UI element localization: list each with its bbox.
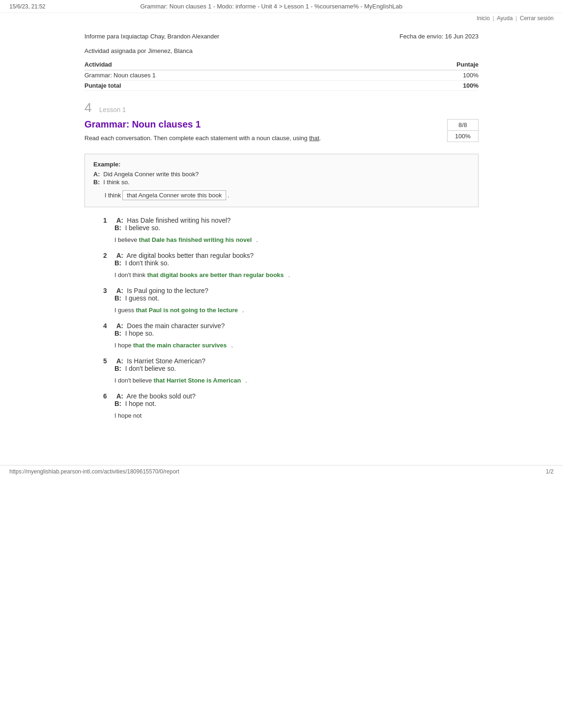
question-dialog: 1 A: Has Dale finished writing his novel… — [103, 217, 479, 232]
score-percent: 100% — [448, 131, 478, 142]
correct-answer: that the main character survives — [133, 342, 227, 349]
speaker-b-label: B: — [114, 330, 122, 337]
example-input-box: that Angela Conner wrote this book — [122, 190, 226, 200]
speaker-b-label: B: — [114, 365, 122, 372]
question-dialog: 3 A: Is Paul going to the lecture? B: I … — [103, 287, 479, 302]
activity-header: 8/8 100% Grammar: Noun clauses 1 Read ea… — [84, 119, 479, 149]
speaker-b-label: B: — [114, 400, 122, 407]
footer-url: https://myenglishlab.pearson-intl.com/ac… — [9, 468, 179, 475]
total-score: 100% — [385, 81, 479, 91]
question-block: 3 A: Is Paul going to the lecture? B: I … — [103, 287, 479, 314]
correct-answer: that Paul is not going to the lecture — [136, 307, 238, 314]
question-a-text: Is Paul going to the lecture? — [127, 287, 209, 294]
question-block: 5 A: Is Harriet Stone American? B: I don… — [103, 357, 479, 384]
speaker-b-label: B: — [114, 259, 122, 267]
answer-suffix: . — [245, 377, 247, 384]
top-bar: 15/6/23, 21:52 Grammar: Noun clauses 1 -… — [0, 0, 563, 13]
question-a-text: Has Dale finished writing his novel? — [127, 217, 231, 224]
answer-line: I hope not — [114, 412, 479, 419]
question-b-text: I believe so. — [125, 224, 160, 232]
answer-line: I don't think that digital books are bet… — [114, 271, 479, 278]
footer-bar: https://myenglishlab.pearson-intl.com/ac… — [0, 465, 563, 478]
answer-prefix: I don't think — [114, 271, 147, 278]
answer-prefix: I guess — [114, 307, 136, 314]
speaker-a-label: A: — [116, 357, 123, 365]
correct-answer: that Dale has finished writing his novel — [139, 236, 252, 243]
speaker-b-label: B: — [114, 224, 122, 232]
main-content: Informe para Ixquiactap Chay, Brandon Al… — [70, 23, 493, 446]
instructions: Read each conversation. Then complete ea… — [84, 135, 479, 142]
fecha-envio: Fecha de envío: 16 Jun 2023 — [400, 33, 479, 40]
answer-prefix: I don't believe — [114, 377, 153, 384]
question-dialog: 6 A: Are the books sold out? B: I hope n… — [103, 392, 479, 407]
speaker-a-label: A: — [116, 217, 123, 224]
question-number: 5 — [103, 357, 113, 365]
question-number: 4 — [103, 322, 113, 330]
score-box: 8/8 100% — [447, 119, 479, 142]
question-b-text: I hope so. — [125, 330, 154, 337]
example-a-line: A: Did Angela Conner write this book? — [93, 171, 470, 178]
question-a-text: Does the main character survive? — [127, 322, 225, 330]
answer-line: I believe that Dale has finished writing… — [114, 236, 479, 243]
col-puntaje: Puntaje — [385, 59, 479, 70]
question-block: 4 A: Does the main character survive? B:… — [103, 322, 479, 349]
example-label: Example: — [93, 161, 470, 168]
answer-line: I guess that Paul is not going to the le… — [114, 307, 479, 314]
question-block: 1 A: Has Dale finished writing his novel… — [103, 217, 479, 243]
correct-answer: that digital books are better than regul… — [147, 271, 284, 278]
question-block: 2 A: Are digital books better than regul… — [103, 252, 479, 278]
question-b-text: I don't think so. — [125, 259, 169, 267]
activity-score: 100% — [385, 70, 479, 81]
cerrar-sesion-link[interactable]: Cerrar sesión — [520, 15, 554, 22]
question-b-text: I don't believe so. — [125, 365, 176, 372]
total-label: Puntaje total — [84, 81, 385, 91]
activity-name: Grammar: Noun clauses 1 — [84, 70, 385, 81]
answer-prefix-6: I hope not — [114, 412, 142, 419]
total-row: Puntaje total 100% — [84, 81, 479, 91]
answer-line: I don't believe that Harriet Stone is Am… — [114, 377, 479, 384]
question-number: 1 — [103, 217, 113, 224]
answer-suffix: . — [243, 307, 244, 314]
speaker-a-label: A: — [116, 322, 123, 330]
question-number: 2 — [103, 252, 113, 259]
informe-para: Informe para Ixquiactap Chay, Brandon Al… — [84, 33, 219, 40]
summary-table: Actividad Puntaje Grammar: Noun clauses … — [84, 59, 479, 91]
example-answer: I think that Angela Conner wrote this bo… — [105, 190, 470, 200]
correct-answer: that Harriet Stone is American — [153, 377, 241, 384]
speaker-b-label: B: — [114, 294, 122, 302]
answer-suffix: . — [256, 236, 258, 243]
question-dialog: 4 A: Does the main character survive? B:… — [103, 322, 479, 337]
activity-title: Grammar: Noun clauses 1 — [84, 119, 479, 130]
question-number: 6 — [103, 392, 113, 400]
speaker-a-label: A: — [116, 287, 123, 294]
col-actividad: Actividad — [84, 59, 385, 70]
unit-lesson: 4 Lesson 1 — [84, 100, 479, 115]
unit-number: 4 — [84, 100, 92, 115]
footer-page: 1/2 — [546, 468, 554, 475]
top-nav: Inicio | Ayuda | Cerrar sesión — [0, 13, 563, 23]
speaker-a-label: A: — [116, 252, 123, 259]
table-row: Grammar: Noun clauses 1 100% — [84, 70, 479, 81]
score-fraction: 8/8 — [448, 120, 478, 131]
page-title: Grammar: Noun clauses 1 - Modo: informe … — [46, 3, 497, 10]
question-block: 6 A: Are the books sold out? B: I hope n… — [103, 392, 479, 419]
answer-prefix: I believe — [114, 236, 139, 243]
question-dialog: 2 A: Are digital books better than regul… — [103, 252, 479, 267]
answer-prefix: I hope — [114, 342, 133, 349]
report-header: Informe para Ixquiactap Chay, Brandon Al… — [84, 33, 479, 40]
question-dialog: 5 A: Is Harriet Stone American? B: I don… — [103, 357, 479, 372]
ayuda-link[interactable]: Ayuda — [497, 15, 513, 22]
example-b-line: B: I think so. — [93, 179, 470, 186]
question-a-text: Is Harriet Stone American? — [127, 357, 205, 365]
question-a-text: Are the books sold out? — [127, 392, 196, 400]
question-b-text: I hope not. — [125, 400, 156, 407]
answer-suffix: . — [288, 271, 290, 278]
question-b-text: I guess not. — [125, 294, 159, 302]
inicio-link[interactable]: Inicio — [477, 15, 490, 22]
example-box: Example: A: Did Angela Conner write this… — [84, 154, 479, 207]
question-number: 3 — [103, 287, 113, 294]
answer-suffix: . — [231, 342, 233, 349]
lesson-label: Lesson 1 — [99, 106, 126, 113]
speaker-a-label: A: — [116, 392, 123, 400]
questions-container: 1 A: Has Dale finished writing his novel… — [84, 217, 479, 419]
